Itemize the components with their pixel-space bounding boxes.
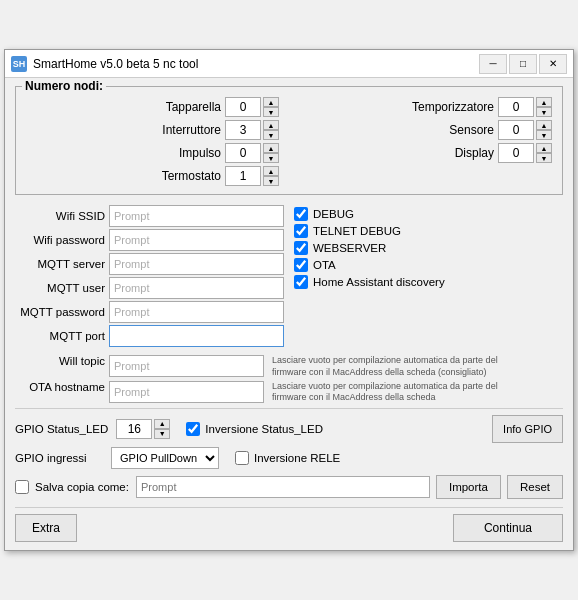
tapparella-input[interactable]: 0 [225,97,261,117]
title-bar-left: SH SmartHome v5.0 beta 5 nc tool [11,56,198,72]
temporizzatore-label: Temporizzatore [404,100,494,114]
will-topic-label: Will topic [15,355,105,367]
interruttore-spinner-btns: ▲ ▼ [263,120,279,140]
debug-checkbox[interactable] [294,207,308,221]
mqtt-port-label: MQTT port [15,330,105,342]
display-down[interactable]: ▼ [536,153,552,163]
extra-button[interactable]: Extra [15,514,77,542]
mqtt-server-input[interactable] [109,253,284,275]
ota-checkbox[interactable] [294,258,308,272]
webserver-checkbox-row[interactable]: WEBSERVER [294,241,563,255]
gpio-ingressi-row: GPIO ingressi GPIO PullDown GPIO PullUp … [15,447,563,469]
tapparella-down[interactable]: ▼ [263,107,279,117]
interruttore-down[interactable]: ▼ [263,130,279,140]
gpio-status-led-input[interactable]: 16 [116,419,152,439]
termostato-spinner: 1 ▲ ▼ [225,166,279,186]
mqtt-password-input[interactable] [109,301,284,323]
nodi-row: Sensore 0 ▲ ▼ [299,120,552,140]
debug-checkbox-row[interactable]: DEBUG [294,207,563,221]
home-assistant-checkbox[interactable] [294,275,308,289]
save-input[interactable] [136,476,430,498]
termostato-input[interactable]: 1 [225,166,261,186]
telnet-debug-checkbox[interactable] [294,224,308,238]
tapparella-up[interactable]: ▲ [263,97,279,107]
footer-row: Extra Continua [15,507,563,542]
ota-hostname-input[interactable] [109,381,264,403]
nodi-section: Numero nodi: Tapparella 0 ▲ ▼ [15,86,563,195]
importa-button[interactable]: Importa [436,475,501,499]
gpio-status-led-spinner-btns: ▲ ▼ [154,419,170,439]
save-label: Salva copia come: [35,481,130,493]
main-form: Wifi SSID Wifi password MQTT server MQTT… [15,205,563,347]
info-gpio-button[interactable]: Info GPIO [492,415,563,443]
termostato-down[interactable]: ▼ [263,176,279,186]
temporizzatore-spinner: 0 ▲ ▼ [498,97,552,117]
display-spinner: 0 ▲ ▼ [498,143,552,163]
nodi-row: Impulso 0 ▲ ▼ [26,143,279,163]
webserver-checkbox[interactable] [294,241,308,255]
ota-checkbox-row[interactable]: OTA [294,258,563,272]
sensore-label: Sensore [404,123,494,137]
maximize-button[interactable]: □ [509,54,537,74]
tapparella-spinner: 0 ▲ ▼ [225,97,279,117]
display-input[interactable]: 0 [498,143,534,163]
will-ota-section: Will topic Lasciare vuoto per compilazio… [15,355,563,404]
temporizzatore-down[interactable]: ▼ [536,107,552,117]
impulso-up[interactable]: ▲ [263,143,279,153]
wifi-password-input[interactable] [109,229,284,251]
inversione-status-checkbox[interactable] [186,422,200,436]
debug-label: DEBUG [313,208,354,220]
main-window: SH SmartHome v5.0 beta 5 nc tool ─ □ ✕ N… [4,49,574,551]
inversione-status-row[interactable]: Inversione Status_LED [186,422,323,436]
nodi-row: Termostato 1 ▲ ▼ [26,166,279,186]
impulso-spinner-btns: ▲ ▼ [263,143,279,163]
close-button[interactable]: ✕ [539,54,567,74]
sensore-down[interactable]: ▼ [536,130,552,140]
telnet-debug-checkbox-row[interactable]: TELNET DEBUG [294,224,563,238]
app-icon: SH [11,56,27,72]
impulso-down[interactable]: ▼ [263,153,279,163]
will-topic-input[interactable] [109,355,264,377]
continua-button[interactable]: Continua [453,514,563,542]
home-assistant-checkbox-row[interactable]: Home Assistant discovery [294,275,563,289]
ota-hostname-row: OTA hostname Lasciare vuoto per compilaz… [15,381,563,404]
minimize-button[interactable]: ─ [479,54,507,74]
save-checkbox[interactable] [15,480,29,494]
gpio-status-led-up[interactable]: ▲ [154,419,170,429]
sensore-spinner: 0 ▲ ▼ [498,120,552,140]
mqtt-user-input[interactable] [109,277,284,299]
reset-button[interactable]: Reset [507,475,563,499]
mqtt-port-row: MQTT port [15,325,284,347]
sensore-input[interactable]: 0 [498,120,534,140]
gpio-ingressi-label: GPIO ingressi [15,452,105,464]
termostato-up[interactable]: ▲ [263,166,279,176]
ota-hostname-label: OTA hostname [15,381,105,393]
temporizzatore-spinner-btns: ▲ ▼ [536,97,552,117]
temporizzatore-input[interactable]: 0 [498,97,534,117]
mqtt-port-input[interactable] [109,325,284,347]
interruttore-spinner: 3 ▲ ▼ [225,120,279,140]
gpio-status-led-down[interactable]: ▼ [154,429,170,439]
wifi-ssid-input[interactable] [109,205,284,227]
wifi-password-label: Wifi password [15,234,105,246]
sensore-up[interactable]: ▲ [536,120,552,130]
mqtt-password-label: MQTT password [15,306,105,318]
interruttore-input[interactable]: 3 [225,120,261,140]
gpio-status-led-spinner: 16 ▲ ▼ [116,419,170,439]
interruttore-up[interactable]: ▲ [263,120,279,130]
temporizzatore-up[interactable]: ▲ [536,97,552,107]
impulso-input[interactable]: 0 [225,143,261,163]
inversione-rele-checkbox[interactable] [235,451,249,465]
inversione-rele-row[interactable]: Inversione RELE [235,451,340,465]
display-label: Display [404,146,494,160]
tapparella-label: Tapparella [131,100,221,114]
impulso-label: Impulso [131,146,221,160]
gpio-ingressi-select[interactable]: GPIO PullDown GPIO PullUp [111,447,219,469]
mqtt-server-row: MQTT server [15,253,284,275]
ota-label: OTA [313,259,336,271]
nodi-row: Display 0 ▲ ▼ [299,143,552,163]
nodi-grid: Tapparella 0 ▲ ▼ Interruttore 3 [26,97,552,186]
display-up[interactable]: ▲ [536,143,552,153]
gpio-status-led-label: GPIO Status_LED [15,423,108,435]
wifi-ssid-row: Wifi SSID [15,205,284,227]
